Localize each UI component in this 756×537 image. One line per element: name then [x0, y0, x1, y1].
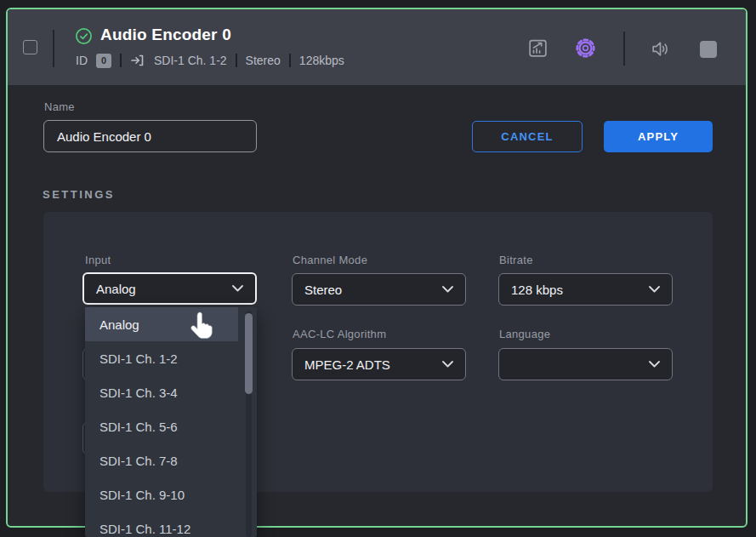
- chevron-down-icon: [442, 361, 453, 368]
- name-label: Name: [44, 100, 75, 113]
- encoder-page: Audio Encoder 0 ID 0 SDI-1 Ch. 1-2 Stere…: [0, 0, 756, 537]
- dropdown-option[interactable]: SDI-1 Ch. 9-10: [85, 477, 240, 511]
- dropdown-option[interactable]: Analog: [85, 307, 238, 341]
- id-label: ID: [76, 54, 88, 67]
- input-source-icon: [130, 53, 145, 68]
- settings-button[interactable]: [574, 37, 597, 60]
- dropdown-option[interactable]: SDI-1 Ch. 11-12: [85, 511, 240, 537]
- input-select[interactable]: Analog: [82, 272, 257, 305]
- encoder-select-checkbox[interactable]: [23, 40, 37, 54]
- stop-button[interactable]: [700, 41, 717, 58]
- dropdown-option[interactable]: SDI-1 Ch. 5-6: [85, 409, 240, 443]
- gear-icon: [574, 37, 597, 60]
- cancel-button[interactable]: CANCEL: [472, 121, 583, 152]
- input-label: Input: [85, 254, 111, 266]
- language-select[interactable]: [498, 348, 673, 380]
- apply-button[interactable]: APPLY: [604, 121, 713, 152]
- bitrate-value: 128 kbps: [511, 283, 563, 297]
- card-header: [8, 9, 746, 85]
- encoder-meta-row: ID 0 SDI-1 Ch. 1-2 Stereo 128kbps: [76, 53, 344, 68]
- channel-mode-label: Channel Mode: [293, 254, 367, 266]
- header-divider: [53, 30, 54, 67]
- meta-separator: [236, 54, 237, 67]
- chevron-down-icon: [232, 285, 243, 292]
- language-label: Language: [499, 328, 550, 340]
- aac-algorithm-value: MPEG-2 ADTS: [304, 357, 390, 372]
- meta-source: SDI-1 Ch. 1-2: [154, 54, 227, 67]
- bitrate-select[interactable]: 128 kbps: [498, 273, 673, 306]
- audio-monitor-button[interactable]: [650, 38, 671, 60]
- header-icon-divider: [623, 31, 625, 66]
- channel-mode-value: Stereo: [304, 283, 342, 297]
- meta-separator: [120, 54, 122, 67]
- analytics-chart-icon: [527, 37, 549, 59]
- id-badge: 0: [96, 54, 111, 68]
- dropdown-scrollbar-thumb[interactable]: [245, 313, 253, 394]
- meta-bitrate: 128kbps: [299, 54, 344, 67]
- encoder-title: Audio Encoder 0: [100, 26, 231, 44]
- chevron-down-icon: [649, 361, 660, 368]
- dropdown-option[interactable]: SDI-1 Ch. 1-2: [85, 341, 240, 375]
- chevron-down-icon: [442, 286, 453, 293]
- meta-separator: [289, 54, 291, 67]
- channel-mode-select[interactable]: Stereo: [292, 273, 466, 306]
- meta-channel-mode: Stereo: [246, 54, 281, 67]
- input-dropdown-list: Analog SDI-1 Ch. 1-2 SDI-1 Ch. 3-4 SDI-1…: [85, 307, 257, 537]
- aac-algorithm-select[interactable]: MPEG-2 ADTS: [292, 348, 466, 380]
- dropdown-option[interactable]: SDI-1 Ch. 7-8: [85, 443, 240, 477]
- bitrate-label: Bitrate: [499, 254, 533, 266]
- aac-algorithm-label: AAC-LC Algorithm: [293, 328, 386, 340]
- dropdown-option[interactable]: SDI-1 Ch. 3-4: [85, 375, 240, 409]
- input-select-value: Analog: [96, 282, 136, 296]
- name-input[interactable]: [43, 120, 257, 152]
- chevron-down-icon: [649, 286, 660, 293]
- status-check-circle-icon: [75, 27, 93, 45]
- analytics-button[interactable]: [527, 37, 549, 59]
- speaker-icon: [650, 38, 671, 60]
- settings-heading: SETTINGS: [43, 188, 115, 201]
